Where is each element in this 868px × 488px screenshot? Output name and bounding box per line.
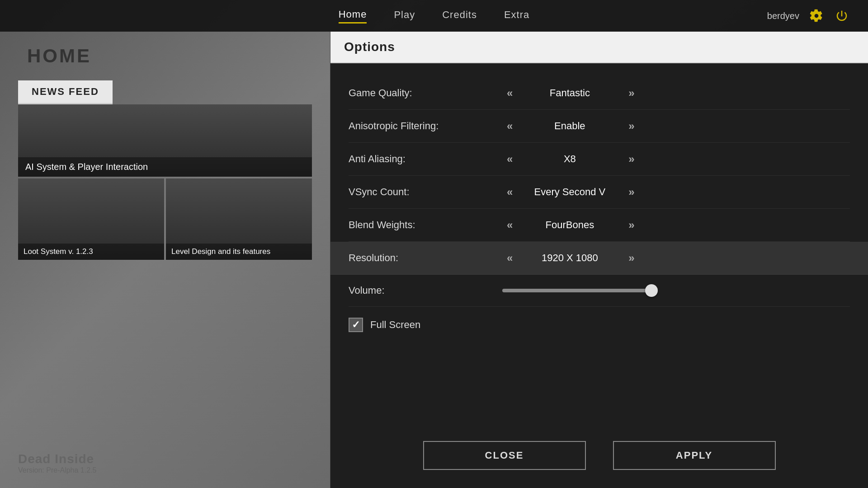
- blend-weights-control: « FourBones »: [502, 217, 850, 233]
- blend-weights-right[interactable]: »: [624, 217, 637, 233]
- volume-slider-thumb[interactable]: [645, 284, 658, 297]
- resolution-left[interactable]: «: [502, 250, 515, 266]
- anisotropic-right[interactable]: »: [624, 118, 637, 134]
- resolution-label: Resolution:: [349, 252, 502, 264]
- news-item-loot[interactable]: Loot System v. 1.2.3: [18, 178, 164, 260]
- options-body: Game Quality: « Fantastic » Anisotropic …: [330, 63, 868, 357]
- vsync-value: Every Second V: [524, 186, 615, 198]
- options-header: Options: [330, 32, 868, 63]
- volume-slider-track[interactable]: [502, 289, 656, 292]
- nav-item-play[interactable]: Play: [394, 9, 415, 23]
- game-quality-right[interactable]: »: [624, 85, 637, 101]
- news-item-loot-caption: Loot System v. 1.2.3: [18, 244, 164, 260]
- anisotropic-left[interactable]: «: [502, 118, 515, 134]
- game-name: Dead Inside: [18, 452, 96, 466]
- game-version: Version: Pre-Alpha 1.2.5: [18, 466, 96, 474]
- apply-button[interactable]: Apply: [613, 441, 776, 470]
- options-title: Options: [344, 40, 395, 54]
- game-quality-control: « Fantastic »: [502, 85, 850, 101]
- close-button[interactable]: Close: [423, 441, 586, 470]
- fullscreen-row: Full Screen: [349, 307, 850, 343]
- anisotropic-value: Enable: [524, 120, 615, 132]
- navbar: Home Play Credits Extra berdyev: [0, 0, 868, 32]
- vsync-right[interactable]: »: [624, 184, 637, 200]
- fullscreen-label: Full Screen: [370, 319, 420, 331]
- main-content: HOME NEWS FEED AI System & Player Intera…: [0, 32, 868, 488]
- option-row-vsync: VSync Count: « Every Second V »: [349, 176, 850, 209]
- anisotropic-label: Anisotropic Filtering:: [349, 120, 502, 132]
- game-quality-value: Fantastic: [524, 87, 615, 99]
- game-quality-label: Game Quality:: [349, 87, 502, 99]
- home-section: HOME NEWS FEED AI System & Player Intera…: [0, 32, 330, 488]
- options-buttons: Close Apply: [330, 441, 868, 470]
- anti-aliasing-right[interactable]: »: [624, 151, 637, 167]
- option-row-anisotropic: Anisotropic Filtering: « Enable »: [349, 110, 850, 143]
- blend-weights-value: FourBones: [524, 219, 615, 231]
- anti-aliasing-label: Anti Aliasing:: [349, 153, 502, 165]
- option-row-anti-aliasing: Anti Aliasing: « X8 »: [349, 143, 850, 176]
- options-panel: Options Game Quality: « Fantastic » Anis…: [330, 32, 868, 488]
- resolution-control: « 1920 X 1080 »: [502, 250, 850, 266]
- news-feed-tab[interactable]: NEWS FEED: [18, 80, 113, 104]
- news-item-main-caption: AI System & Player Interaction: [18, 157, 312, 177]
- blend-weights-left[interactable]: «: [502, 217, 515, 233]
- blend-weights-label: Blend Weights:: [349, 219, 502, 231]
- nav-item-home[interactable]: Home: [339, 9, 367, 23]
- news-item-main[interactable]: AI System & Player Interaction: [18, 104, 312, 177]
- volume-slider-container: [502, 289, 850, 292]
- vsync-label: VSync Count:: [349, 186, 502, 198]
- news-feed-area: AI System & Player Interaction Loot Syst…: [18, 104, 312, 260]
- news-row: Loot System v. 1.2.3 Level Design and it…: [18, 178, 312, 260]
- game-quality-left[interactable]: «: [502, 85, 515, 101]
- anti-aliasing-control: « X8 »: [502, 151, 850, 167]
- option-row-resolution: Resolution: « 1920 X 1080 »: [330, 242, 868, 275]
- nav-links: Home Play Credits Extra: [18, 9, 850, 23]
- option-row-game-quality: Game Quality: « Fantastic »: [349, 77, 850, 110]
- username-label: berdyev: [767, 11, 799, 21]
- vsync-control: « Every Second V »: [502, 184, 850, 200]
- resolution-right[interactable]: »: [624, 250, 637, 266]
- vsync-left[interactable]: «: [502, 184, 515, 200]
- volume-row: Volume:: [349, 275, 850, 307]
- bottom-info: Dead Inside Version: Pre-Alpha 1.2.5: [18, 452, 96, 474]
- power-icon[interactable]: [834, 8, 850, 24]
- news-item-level[interactable]: Level Design and its features: [166, 178, 312, 260]
- news-item-level-caption: Level Design and its features: [166, 244, 312, 260]
- anti-aliasing-value: X8: [524, 153, 615, 165]
- volume-label: Volume:: [349, 285, 502, 296]
- nav-right: berdyev: [767, 8, 850, 24]
- fullscreen-checkbox[interactable]: [349, 318, 363, 332]
- nav-item-credits[interactable]: Credits: [442, 9, 477, 23]
- gear-icon[interactable]: [808, 8, 825, 24]
- anisotropic-control: « Enable »: [502, 118, 850, 134]
- anti-aliasing-left[interactable]: «: [502, 151, 515, 167]
- home-title: HOME: [18, 45, 312, 67]
- resolution-value: 1920 X 1080: [524, 252, 615, 264]
- option-row-blend-weights: Blend Weights: « FourBones »: [349, 209, 850, 242]
- nav-item-extra[interactable]: Extra: [504, 9, 529, 23]
